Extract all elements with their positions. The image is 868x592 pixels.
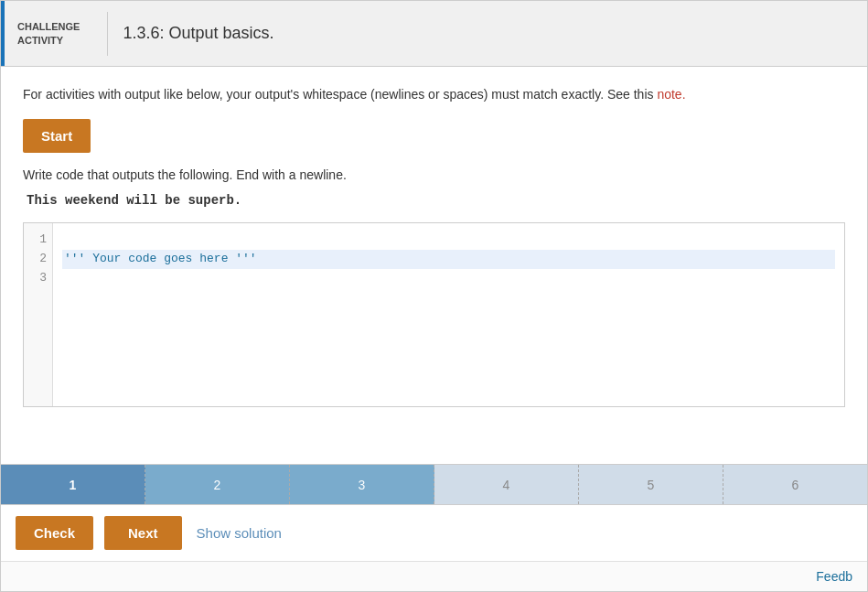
main-content: For activities with output like below, y… bbox=[1, 67, 867, 464]
progress-segment-1[interactable]: 1 bbox=[1, 465, 145, 504]
code-comment: ''' Your code goes here ''' bbox=[64, 252, 257, 265]
code-line-2: ''' Your code goes here ''' bbox=[62, 250, 835, 269]
feedback-link[interactable]: Feedb​ bbox=[816, 569, 852, 584]
progress-segment-6[interactable]: 6 bbox=[723, 465, 867, 504]
header-title: 1.3.6: Output basics. bbox=[123, 24, 273, 43]
feedback-bar: Feedb​ bbox=[1, 561, 867, 591]
progress-bar: 1 2 3 4 5 6 bbox=[1, 465, 867, 505]
progress-label-6: 6 bbox=[792, 478, 799, 492]
code-line-3 bbox=[62, 269, 835, 288]
next-button[interactable]: Next bbox=[104, 516, 182, 550]
progress-label-1: 1 bbox=[70, 478, 77, 492]
progress-label-5: 5 bbox=[648, 478, 655, 492]
line-number-2: 2 bbox=[29, 250, 47, 269]
header: CHALLENGE ACTIVITY 1.3.6: Output basics. bbox=[1, 1, 867, 67]
start-button[interactable]: Start bbox=[23, 119, 91, 153]
progress-segment-5[interactable]: 5 bbox=[579, 465, 723, 504]
progress-section: 1 2 3 4 5 6 Check Next Show solution bbox=[1, 464, 867, 591]
code-editor[interactable]: 1 2 3 ''' Your code goes here ''' bbox=[23, 222, 845, 407]
action-bar: Check Next Show solution bbox=[1, 505, 867, 561]
description: For activities with output like below, y… bbox=[23, 85, 845, 104]
progress-label-3: 3 bbox=[359, 478, 366, 492]
code-area[interactable]: ''' Your code goes here ''' bbox=[53, 223, 844, 406]
challenge-badge: CHALLENGE ACTIVITY bbox=[1, 1, 92, 66]
line-number-3: 3 bbox=[29, 269, 47, 288]
description-text-before: For activities with output like below, y… bbox=[23, 87, 657, 102]
line-number-1: 1 bbox=[29, 231, 47, 250]
challenge-badge-text: CHALLENGE ACTIVITY bbox=[17, 20, 80, 47]
progress-label-2: 2 bbox=[214, 478, 221, 492]
line-numbers: 1 2 3 bbox=[24, 223, 53, 406]
note-link[interactable]: note. bbox=[657, 87, 685, 102]
show-solution-button[interactable]: Show solution bbox=[193, 516, 285, 550]
page-wrapper: CHALLENGE ACTIVITY 1.3.6: Output basics.… bbox=[0, 0, 868, 592]
code-line-1 bbox=[62, 231, 835, 250]
check-button[interactable]: Check bbox=[16, 516, 93, 550]
progress-segment-3[interactable]: 3 bbox=[290, 465, 434, 504]
expected-output: This weekend will be superb. bbox=[23, 193, 845, 208]
task-instruction: Write code that outputs the following. E… bbox=[23, 167, 845, 182]
progress-segment-4[interactable]: 4 bbox=[434, 465, 579, 504]
header-divider bbox=[107, 12, 108, 56]
progress-segment-2[interactable]: 2 bbox=[145, 465, 290, 504]
progress-label-4: 4 bbox=[503, 478, 510, 492]
